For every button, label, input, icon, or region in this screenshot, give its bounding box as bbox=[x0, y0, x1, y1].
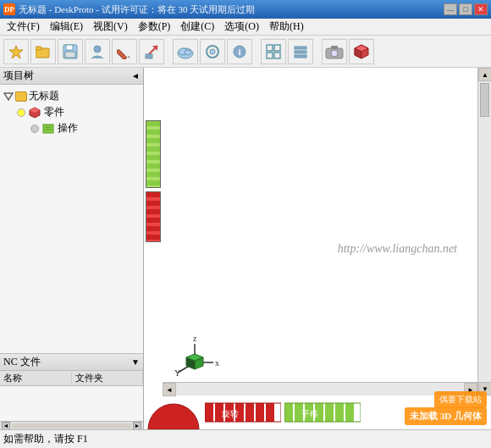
svg-rect-24 bbox=[295, 51, 306, 53]
part-icon bbox=[29, 107, 41, 119]
svg-rect-54 bbox=[284, 403, 293, 422]
close-button[interactable]: ✕ bbox=[474, 3, 488, 15]
project-tree-header: 项目树 ◄ bbox=[0, 68, 143, 85]
bulb-on-icon bbox=[17, 108, 25, 117]
toolbar-sep-2 bbox=[254, 40, 259, 64]
red-strip: 旋转 bbox=[205, 401, 281, 424]
menu-file[interactable]: 文件(F) bbox=[2, 18, 45, 36]
svg-rect-5 bbox=[65, 52, 75, 58]
menu-options[interactable]: 选项(O) bbox=[219, 18, 264, 36]
grid4-button[interactable] bbox=[261, 39, 286, 64]
svg-rect-11 bbox=[146, 54, 152, 58]
svg-rect-25 bbox=[295, 55, 306, 58]
status-help-text: 如需帮助，请按 F1 bbox=[3, 432, 88, 446]
x-axis-label: x bbox=[215, 358, 219, 368]
svg-rect-20 bbox=[274, 45, 280, 51]
contact-button[interactable] bbox=[85, 39, 110, 64]
svg-rect-58 bbox=[325, 403, 334, 422]
title-text: DP 无标题 - DeskProto - 试用许可证：将在 30 天试用期后过期 bbox=[3, 3, 255, 16]
svg-rect-28 bbox=[331, 46, 338, 49]
z-axis-label: z bbox=[193, 337, 197, 343]
svg-point-6 bbox=[94, 46, 101, 53]
svg-rect-22 bbox=[274, 53, 280, 58]
green-strip: 平移 bbox=[284, 401, 361, 424]
menu-help[interactable]: 帮助(H) bbox=[264, 18, 309, 36]
app-logo: DP bbox=[3, 3, 15, 15]
nc-dropdown-icon[interactable]: ▼ bbox=[131, 357, 140, 367]
svg-point-14 bbox=[185, 50, 191, 55]
svg-rect-60 bbox=[345, 403, 354, 422]
tree-toggle-icon[interactable]: ◄ bbox=[131, 71, 140, 80]
scroll-track bbox=[12, 423, 131, 429]
toolbar-sep-3 bbox=[315, 40, 320, 64]
scroll-right-button[interactable]: ► bbox=[133, 422, 141, 430]
maximize-button[interactable]: □ bbox=[459, 3, 472, 15]
menu-bar: 文件(F) 编辑(E) 视图(V) 参数(P) 创建(C) 选项(O) 帮助(H… bbox=[0, 19, 491, 36]
scroll-left-button[interactable]: ◄ bbox=[2, 422, 10, 430]
watermark-site: 偶要下载站 bbox=[434, 391, 487, 408]
vertical-bars bbox=[144, 119, 163, 244]
y-axis-label: Y bbox=[174, 368, 180, 378]
menu-params[interactable]: 参数(P) bbox=[133, 18, 176, 36]
tree-label-root: 无标题 bbox=[29, 89, 59, 103]
green-bar bbox=[146, 120, 161, 188]
svg-rect-51 bbox=[256, 403, 264, 422]
svg-rect-21 bbox=[267, 53, 273, 58]
svg-point-16 bbox=[210, 49, 215, 54]
left-panel: 项目树 ◄ 无标题 零件 bbox=[0, 68, 144, 429]
toolbar: i bbox=[0, 36, 491, 68]
vscroll-up-button[interactable]: ▲ bbox=[478, 68, 491, 81]
main-area: 项目树 ◄ 无标题 零件 bbox=[0, 68, 491, 429]
edit-button[interactable] bbox=[112, 39, 137, 64]
save-button[interactable] bbox=[58, 39, 83, 64]
list-button[interactable] bbox=[288, 39, 313, 64]
bookmark-button[interactable] bbox=[3, 39, 29, 64]
tree-node-part[interactable]: 零件 bbox=[3, 104, 140, 120]
tree-node-root[interactable]: 无标题 bbox=[3, 88, 140, 104]
cube-button[interactable] bbox=[349, 39, 374, 64]
axis-icon: Y x z bbox=[169, 337, 220, 383]
minimize-button[interactable]: — bbox=[444, 3, 457, 15]
open-folder-button[interactable] bbox=[30, 39, 56, 64]
menu-view[interactable]: 视图(V) bbox=[88, 18, 133, 36]
hscroll-track bbox=[176, 383, 464, 395]
watermark-text: 未加载 3D 几何体 bbox=[405, 407, 487, 425]
nc-panel: NC 文件 ▼ 名称 文件夹 bbox=[0, 353, 143, 421]
svg-marker-32 bbox=[4, 93, 13, 100]
svg-rect-4 bbox=[66, 45, 73, 50]
title-label: 无标题 - DeskProto - 试用许可证：将在 30 天试用期后过期 bbox=[19, 3, 255, 16]
bottom-label-2: 平移 bbox=[301, 409, 318, 418]
svg-marker-8 bbox=[127, 56, 130, 58]
tree-node-operation[interactable]: 操作 bbox=[3, 120, 140, 136]
toolbar-sep-1 bbox=[166, 40, 171, 64]
svg-rect-59 bbox=[335, 403, 344, 422]
ring-button[interactable] bbox=[200, 39, 225, 64]
red-bar bbox=[146, 191, 161, 242]
import-button[interactable] bbox=[139, 39, 164, 64]
svg-marker-0 bbox=[9, 46, 23, 58]
vscroll-thumb[interactable] bbox=[480, 83, 489, 117]
camera-button[interactable] bbox=[322, 39, 347, 64]
svg-rect-46 bbox=[205, 403, 213, 422]
svg-rect-52 bbox=[266, 403, 274, 422]
status-bar: 如需帮助，请按 F1 bbox=[0, 429, 491, 448]
title-bar: DP 无标题 - DeskProto - 试用许可证：将在 30 天试用期后过期… bbox=[0, 0, 491, 19]
left-scrollbar: ◄ ► bbox=[0, 421, 143, 429]
svg-point-27 bbox=[331, 50, 338, 57]
red-semicircle bbox=[144, 395, 203, 429]
nc-table-header: 名称 文件夹 bbox=[0, 371, 143, 386]
horizontal-scrollbar: ◄ ► bbox=[163, 382, 477, 395]
cloud-button[interactable] bbox=[173, 39, 198, 64]
tree-content: 无标题 零件 操作 bbox=[0, 85, 143, 353]
bottom-label-1: 旋转 bbox=[222, 409, 239, 418]
menu-edit[interactable]: 编辑(E) bbox=[45, 18, 88, 36]
expand-icon bbox=[3, 92, 14, 101]
nc-label: NC 文件 bbox=[3, 355, 41, 369]
nc-header: NC 文件 ▼ bbox=[0, 354, 143, 371]
menu-create[interactable]: 创建(C) bbox=[175, 18, 219, 36]
svg-rect-35 bbox=[43, 124, 53, 133]
hscroll-left-button[interactable]: ◄ bbox=[163, 383, 176, 396]
project-tree-label: 项目树 bbox=[3, 69, 34, 83]
tree-label-part: 零件 bbox=[44, 105, 64, 119]
info-button[interactable]: i bbox=[227, 39, 252, 64]
